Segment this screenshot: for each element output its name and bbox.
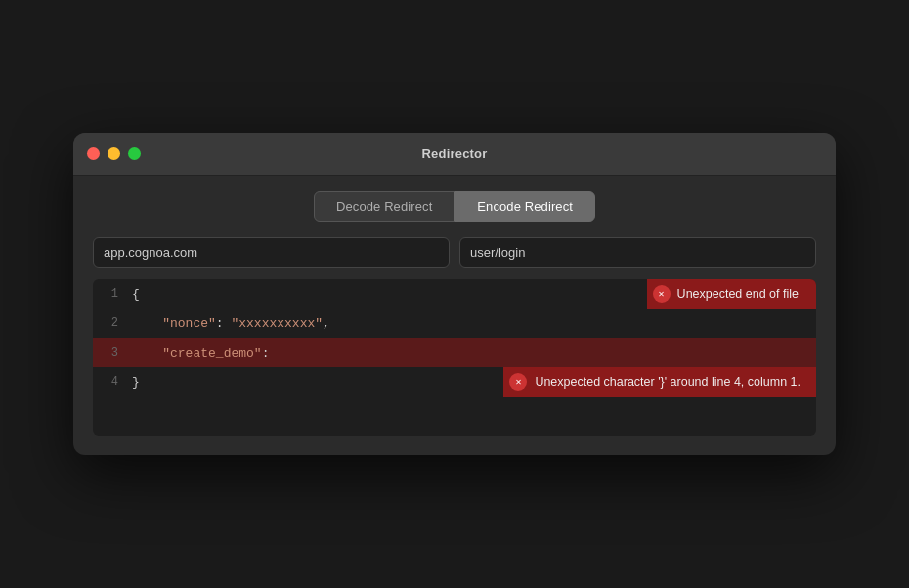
traffic-lights — [87, 147, 141, 160]
line-number-2: 2 — [93, 316, 128, 330]
code-line-3: 3 "create_demo": — [93, 338, 816, 367]
window-title: Redirector — [421, 147, 487, 161]
maximize-button[interactable] — [128, 147, 141, 160]
tab-encode[interactable]: Encode Redirect — [454, 191, 595, 222]
error-message-4: Unexpected character '}' around line 4, … — [533, 373, 808, 391]
titlebar: Redirector — [73, 133, 836, 176]
tab-decode[interactable]: Decode Redirect — [314, 191, 454, 222]
error-overlay-1: Unexpected end of file — [647, 279, 816, 309]
close-button[interactable] — [87, 147, 100, 160]
code-editor[interactable]: 1 { Unexpected end of file 2 "nonce": "x… — [93, 279, 816, 436]
code-line-2: 2 "nonce": "xxxxxxxxxx", — [93, 309, 816, 338]
error-overlay-4: Unexpected character '}' around line 4, … — [503, 367, 816, 397]
content-area: Decode Redirect Encode Redirect 1 { Unex… — [73, 176, 836, 455]
code-content-2: "nonce": "xxxxxxxxxx", — [128, 316, 816, 331]
app-window: Redirector Decode Redirect Encode Redire… — [73, 133, 836, 455]
line-number-3: 3 — [93, 346, 128, 359]
line-number-1: 1 — [93, 287, 128, 301]
code-line-1: 1 { Unexpected end of file — [93, 279, 816, 309]
path-input[interactable] — [459, 237, 816, 268]
domain-input[interactable] — [93, 237, 450, 268]
code-content-3: "create_demo": — [128, 346, 816, 360]
error-icon-4 — [509, 373, 527, 391]
error-icon-1 — [653, 285, 671, 303]
error-message-1: Unexpected end of file — [675, 285, 806, 303]
url-row — [93, 237, 816, 268]
tab-bar: Decode Redirect Encode Redirect — [93, 191, 816, 222]
minimize-button[interactable] — [108, 147, 120, 160]
code-line-4: 4 } Unexpected character '}' around line… — [93, 367, 816, 397]
line-number-4: 4 — [93, 375, 128, 389]
